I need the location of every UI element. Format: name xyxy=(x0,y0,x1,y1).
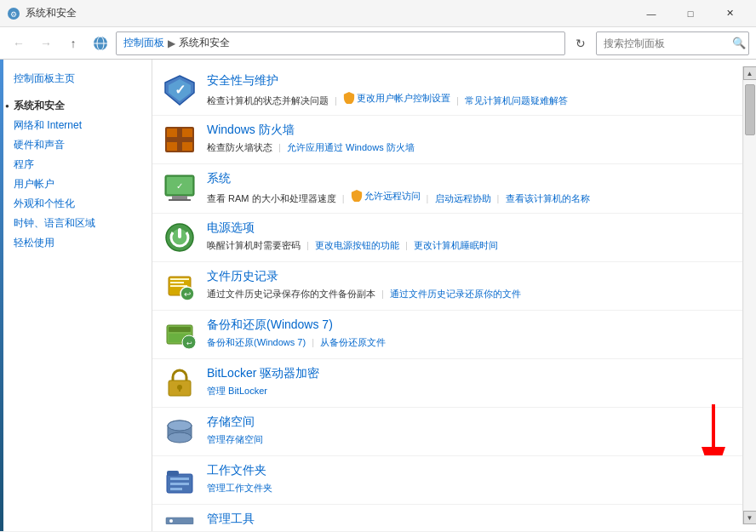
link-backup-win7[interactable]: 备份和还原(Windows 7) xyxy=(207,337,306,347)
sidebar-item-appearance[interactable]: 外观和个性化 xyxy=(3,194,152,214)
system-title[interactable]: 系统 xyxy=(207,171,231,186)
firewall-content: Windows 防火墙 检查防火墙状态 | 允许应用通过 Windows 防火墙 xyxy=(207,123,732,155)
system-desc: 查看 RAM 的大小和处理器速度 | 允许远程访问 | 启动远程协助 | 查看该… xyxy=(207,189,732,206)
backup-content: 备份和还原(Windows 7) 备份和还原(Windows 7) | 从备份还… xyxy=(207,317,732,350)
link-remote-assist[interactable]: 启动远程协助 xyxy=(435,193,491,203)
sidebar-item-clock[interactable]: 时钟、语言和区域 xyxy=(3,214,152,233)
content-area: ✓ 安全性与维护 检查计算机的状态并解决问题 | 更改用户帐户控制设置 | 常见… xyxy=(152,60,756,531)
sidebar-item-system-security[interactable]: 系统和安全 xyxy=(3,96,152,116)
location-icon xyxy=(92,35,109,52)
back-button[interactable]: ← xyxy=(7,31,31,55)
storage-icon xyxy=(163,415,197,449)
svg-rect-24 xyxy=(170,278,189,280)
admintools-icon xyxy=(163,512,197,525)
breadcrumb-controlpanel[interactable]: 控制面板 xyxy=(123,36,164,50)
search-input[interactable] xyxy=(596,31,749,55)
backup-title[interactable]: 备份和还原(Windows 7) xyxy=(207,317,333,333)
forward-button[interactable]: → xyxy=(34,31,58,55)
svg-point-40 xyxy=(168,420,192,431)
panel-security: ✓ 安全性与维护 检查计算机的状态并解决问题 | 更改用户帐户控制设置 | 常见… xyxy=(152,66,742,116)
scroll-up-arrow[interactable]: ▲ xyxy=(743,66,757,80)
admintools-content: 管理工具 释放磁盘空间 | 对你的驱动器进行碎片整理和优化 | 创建并格式化硬盘… xyxy=(207,512,732,525)
power-icon xyxy=(163,220,197,255)
panel-workfolders: 工作文件夹 管理工作文件夹 xyxy=(152,456,742,505)
panel-admintools: 管理工具 释放磁盘空间 | 对你的驱动器进行碎片整理和优化 | 创建并格式化硬盘… xyxy=(152,505,742,525)
link-bitlocker-manage[interactable]: 管理 BitLocker xyxy=(207,386,267,396)
panel-backup: ↩ 备份和还原(Windows 7) 备份和还原(Windows 7) | 从备… xyxy=(152,311,742,359)
sidebar-item-programs[interactable]: 程序 xyxy=(3,155,152,174)
link-workfolders-manage[interactable]: 管理工作文件夹 xyxy=(207,483,272,493)
link-troubleshoot[interactable]: 常见计算机问题疑难解答 xyxy=(465,95,568,106)
firewall-icon xyxy=(163,123,197,157)
close-button[interactable]: ✕ xyxy=(710,0,749,27)
link-restore-from-backup[interactable]: 从备份还原文件 xyxy=(320,337,386,347)
title-bar: ⚙ 系统和安全 — □ ✕ xyxy=(0,0,756,27)
sidebar-item-accessibility[interactable]: 轻松使用 xyxy=(3,233,152,253)
svg-rect-44 xyxy=(170,483,189,485)
bitlocker-desc: 管理 BitLocker xyxy=(207,384,732,398)
panel-power: 电源选项 唤醒计算机时需要密码 | 更改电源按钮的功能 | 更改计算机睡眠时间 xyxy=(152,214,742,262)
link-storage-manage[interactable]: 管理存储空间 xyxy=(207,434,263,444)
firewall-desc: 检查防火墙状态 | 允许应用通过 Windows 防火墙 xyxy=(207,140,732,155)
svg-rect-45 xyxy=(170,488,182,490)
system-icon: ✓ xyxy=(163,171,197,205)
bitlocker-content: BitLocker 驱动器加密 管理 BitLocker xyxy=(207,366,732,398)
security-icon: ✓ xyxy=(163,73,197,107)
breadcrumb-current: 系统和安全 xyxy=(179,36,230,50)
sidebar-item-useraccount[interactable]: 用户帐户 xyxy=(3,174,152,194)
link-sleep[interactable]: 更改计算机睡眠时间 xyxy=(414,240,498,250)
svg-rect-17 xyxy=(172,196,187,199)
link-uac[interactable]: 更改用户帐户控制设置 xyxy=(357,91,450,106)
search-wrap: 🔍 xyxy=(596,31,749,55)
link-pcname[interactable]: 查看该计算机的名称 xyxy=(506,193,590,203)
svg-rect-43 xyxy=(170,478,189,480)
filehistory-desc: 通过文件历史记录保存你的文件备份副本 | 通过文件历史记录还原你的文件 xyxy=(207,287,732,301)
admintools-title[interactable]: 管理工具 xyxy=(207,512,255,525)
panel-filehistory: ↩ 文件历史记录 通过文件历史记录保存你的文件备份副本 | 通过文件历史记录还原… xyxy=(152,262,742,311)
security-desc: 检查计算机的状态并解决问题 | 更改用户帐户控制设置 | 常见计算机问题疑难解答 xyxy=(207,91,732,108)
svg-rect-36 xyxy=(179,387,180,392)
search-button[interactable]: 🔍 xyxy=(732,37,746,49)
workfolders-desc: 管理工作文件夹 xyxy=(207,481,732,495)
bitlocker-title[interactable]: BitLocker 驱动器加密 xyxy=(207,366,319,381)
up-button[interactable]: ↑ xyxy=(61,31,85,55)
svg-text:⚙: ⚙ xyxy=(10,10,17,19)
svg-text:↩: ↩ xyxy=(186,340,192,347)
sidebar-main-link[interactable]: 控制面板主页 xyxy=(3,68,152,89)
security-content: 安全性与维护 检查计算机的状态并解决问题 | 更改用户帐户控制设置 | 常见计算… xyxy=(207,73,732,108)
link-restore-files[interactable]: 通过文件历史记录还原你的文件 xyxy=(390,289,521,299)
workfolders-icon xyxy=(163,463,197,497)
filehistory-title[interactable]: 文件历史记录 xyxy=(207,269,278,284)
sidebar-item-network[interactable]: 网络和 Internet xyxy=(3,116,152,135)
title-bar-text: 系统和安全 xyxy=(26,6,632,20)
security-title[interactable]: 安全性与维护 xyxy=(207,73,278,89)
system-content: 系统 查看 RAM 的大小和处理器速度 | 允许远程访问 | 启动远程协助 | … xyxy=(207,171,732,206)
link-remote-access[interactable]: 允许远程访问 xyxy=(364,189,421,203)
breadcrumb-sep: ▶ xyxy=(168,37,175,49)
maximize-button[interactable]: □ xyxy=(671,0,710,27)
title-bar-controls: — □ ✕ xyxy=(632,0,749,27)
link-firewall-allow[interactable]: 允许应用通过 Windows 防火墙 xyxy=(287,142,415,152)
title-bar-icon: ⚙ xyxy=(7,7,20,20)
firewall-title[interactable]: Windows 防火墙 xyxy=(207,123,295,138)
filehistory-content: 文件历史记录 通过文件历史记录保存你的文件备份副本 | 通过文件历史记录还原你的… xyxy=(207,269,732,301)
scroll-down-arrow[interactable]: ▼ xyxy=(743,511,757,524)
sidebar: 控制面板主页 系统和安全 网络和 Internet 硬件和声音 程序 用户帐户 … xyxy=(3,60,152,531)
power-content: 电源选项 唤醒计算机时需要密码 | 更改电源按钮的功能 | 更改计算机睡眠时间 xyxy=(207,220,732,253)
storage-content: 存储空间 管理存储空间 xyxy=(207,415,732,447)
main-layout: 控制面板主页 系统和安全 网络和 Internet 硬件和声音 程序 用户帐户 … xyxy=(0,60,756,531)
svg-rect-26 xyxy=(170,285,187,287)
breadcrumb-bar: 控制面板 ▶ 系统和安全 xyxy=(116,31,565,55)
minimize-button[interactable]: — xyxy=(632,0,671,27)
power-title[interactable]: 电源选项 xyxy=(207,220,255,236)
svg-point-39 xyxy=(168,432,192,443)
refresh-button[interactable]: ↻ xyxy=(569,31,593,55)
svg-rect-22 xyxy=(178,228,181,238)
scroll-track[interactable] xyxy=(744,80,756,511)
storage-title[interactable]: 存储空间 xyxy=(207,415,255,430)
sidebar-item-hardware[interactable]: 硬件和声音 xyxy=(3,135,152,155)
workfolders-title[interactable]: 工作文件夹 xyxy=(207,463,266,478)
scrollbar[interactable]: ▲ ▼ xyxy=(742,66,756,524)
link-power-btn[interactable]: 更改电源按钮的功能 xyxy=(315,240,399,250)
scroll-thumb[interactable] xyxy=(745,84,755,135)
